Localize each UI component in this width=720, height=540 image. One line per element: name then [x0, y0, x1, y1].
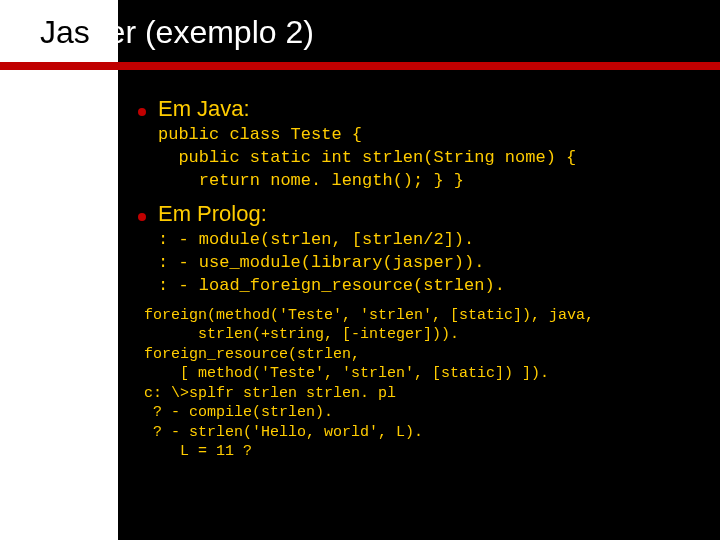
bullet-1-text: Em Java: [158, 96, 250, 122]
bullet-icon [138, 213, 146, 221]
slide-title: Jasper (exemplo 2) [40, 14, 314, 51]
bullet-2-text: Em Prolog: [158, 201, 267, 227]
prolog-code-block-1: : - module(strlen, [strlen/2]). : - use_… [158, 229, 698, 298]
bullet-2: Em Prolog: [138, 201, 698, 227]
red-divider [0, 62, 720, 70]
bullet-1: Em Java: [138, 96, 698, 122]
prolog-code-block-2: foreign(method('Teste', 'strlen', [stati… [144, 306, 698, 462]
title-part-2: per (exemplo 2) [90, 14, 314, 50]
slide-content: Em Java: public class Teste { public sta… [138, 96, 698, 470]
slide: Jasper (exemplo 2) Em Java: public class… [0, 0, 720, 540]
title-part-1: Jas [40, 14, 90, 50]
bullet-icon [138, 108, 146, 116]
java-code-block: public class Teste { public static int s… [158, 124, 698, 193]
